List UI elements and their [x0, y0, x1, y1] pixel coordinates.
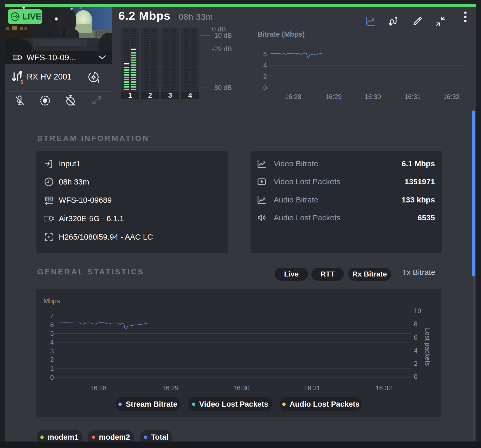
svg-text:1: 1 [20, 79, 23, 85]
svg-text:1: 1 [97, 78, 100, 84]
svg-text:SDI: SDI [46, 197, 51, 201]
